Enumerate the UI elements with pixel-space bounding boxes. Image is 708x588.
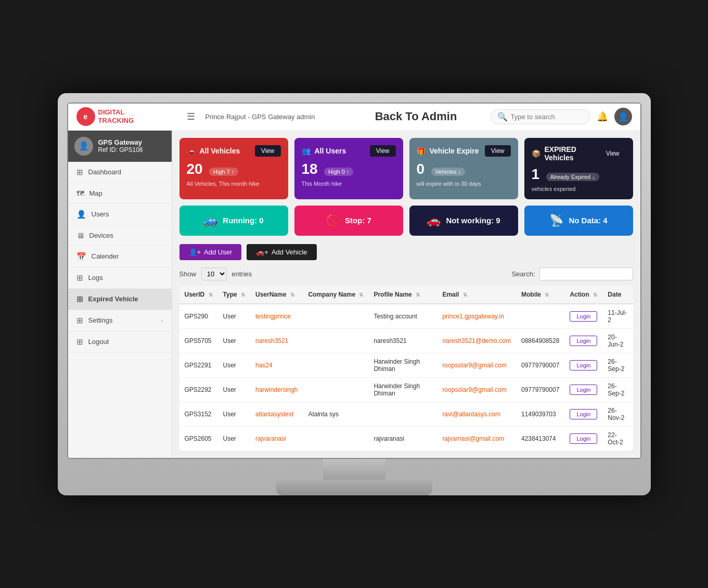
stat-card-label-expired: EXPIRED Vehicles (545, 145, 600, 162)
view-expire-button[interactable]: View (485, 145, 511, 157)
sidebar-item-expired-vehicle[interactable]: ⊞ Expired Vehicle (68, 289, 172, 310)
entries-select[interactable]: 10 25 50 (201, 267, 227, 280)
cell-action: Login (564, 328, 602, 353)
notification-icon[interactable]: 🔔 (597, 111, 608, 122)
cell-email[interactable]: ravi@atlantasys.com (437, 402, 516, 426)
monitor-stand-base (276, 480, 432, 495)
stat-card-title-expire: 🎁 Vehicle Expire (417, 147, 479, 155)
cell-type: User (218, 426, 250, 451)
expire-badge: Vehicles ↓ (431, 168, 466, 176)
cell-type: User (218, 328, 250, 353)
sort-userid-icon[interactable]: ⇅ (209, 292, 213, 298)
sort-action-icon[interactable]: ⇅ (593, 292, 597, 298)
cell-profile: rajvaranasi (368, 426, 437, 451)
stat-card-label-users: All Users (315, 147, 346, 155)
sidebar-item-map[interactable]: 🗺 Map (68, 183, 172, 204)
col-action: Action ⇅ (564, 286, 602, 304)
cell-email[interactable]: roopsolar9@gmail.com (437, 353, 516, 377)
calender-icon: 📅 (76, 252, 86, 261)
cell-username[interactable]: rajvaranasi (250, 426, 303, 451)
sort-mobile-icon[interactable]: ⇅ (545, 292, 549, 298)
sidebar-item-settings[interactable]: ⊞ Settings › (68, 310, 172, 331)
login-button[interactable]: Login (570, 360, 597, 370)
cell-username[interactable]: testingprince (250, 304, 303, 329)
cell-date: 26-Sep-2 (602, 353, 633, 377)
sort-type-icon[interactable]: ⇅ (241, 292, 245, 298)
data-table: UserID ⇅ Type ⇅ UserName ⇅ Company Name … (179, 286, 633, 451)
sidebar-item-label-logs: Logs (88, 274, 103, 282)
hamburger-icon[interactable]: ☰ (187, 111, 195, 122)
sort-company-icon[interactable]: ⇅ (359, 292, 363, 298)
stat-card-number-expire: 0 Vehicles ↓ (417, 161, 511, 177)
login-button[interactable]: Login (570, 336, 597, 346)
dashboard-icon: ⊞ (76, 168, 83, 177)
stat-card-title-vehicles: 🚗 All Vehicles (187, 147, 240, 155)
sidebar-item-dashboard[interactable]: ⊞ Dashboard (68, 162, 172, 183)
col-profile: Profile Name ⇅ (368, 286, 437, 304)
cell-action: Login (564, 426, 602, 451)
sidebar-item-label-logout: Logout (88, 338, 109, 346)
stat-card-header-expire: 🎁 Vehicle Expire View (417, 145, 511, 157)
expired-count: 1 (532, 166, 540, 182)
cell-profile (368, 402, 437, 426)
cell-userid: GPS5705 (179, 328, 218, 353)
sort-username-icon[interactable]: ⇅ (290, 292, 294, 298)
monitor-stand-neck (323, 459, 385, 480)
cell-mobile: 1149039703 (516, 402, 564, 426)
stat-card-number-vehicles: 20 High 7 ↑ (187, 161, 281, 177)
cell-username[interactable]: harwindersingh (250, 377, 303, 402)
cell-email[interactable]: naresh3521@demo.com (437, 328, 516, 353)
cell-type: User (218, 353, 250, 377)
cell-company (303, 426, 368, 451)
search-box[interactable]: 🔍 (491, 109, 590, 124)
add-user-button[interactable]: 👤+ Add User (179, 244, 242, 260)
view-users-button[interactable]: View (370, 145, 396, 157)
col-mobile: Mobile ⇅ (516, 286, 564, 304)
sort-email-icon[interactable]: ⇅ (463, 292, 467, 298)
expired-card-icon: 📦 (532, 149, 540, 158)
vehicles-count: 20 (187, 161, 203, 177)
sidebar-item-users[interactable]: 👤 Users (68, 204, 172, 225)
stat-card-header-expired: 📦 EXPIRED Vehicles View (532, 145, 626, 162)
cell-email[interactable]: roopsolar9@gmail.com (437, 377, 516, 402)
sidebar-item-logs[interactable]: ⊞ Logs (68, 267, 172, 289)
cell-username[interactable]: atlantasystest (250, 402, 303, 426)
sidebar-item-devices[interactable]: 🖥 Devices (68, 225, 172, 246)
stop-icon: 🚫 (326, 214, 340, 227)
cell-date: 20-Jun-2 (602, 328, 633, 353)
table-search-input[interactable] (539, 267, 633, 280)
cell-userid: GPS290 (179, 304, 218, 329)
status-card-not-working: 🚗 Not working: 9 (409, 206, 518, 236)
users-badge: High 0 ↑ (324, 168, 353, 176)
running-label: Running: 0 (223, 216, 263, 225)
sidebar-item-calender[interactable]: 📅 Calender (68, 246, 172, 267)
cell-company (303, 304, 368, 329)
login-button[interactable]: Login (570, 311, 597, 322)
search-input[interactable] (511, 113, 584, 121)
stat-card-number-expired: 1 Already Expired ↓ (532, 166, 626, 183)
cell-action: Login (564, 353, 602, 377)
cell-mobile: 09779790007 (516, 353, 564, 377)
table-row: GPS2291 User has24 Harwinder Singh Dhima… (179, 353, 633, 377)
login-button[interactable]: Login (570, 433, 597, 444)
sidebar-item-logout[interactable]: ⊞ Logout (68, 331, 172, 353)
cell-email[interactable]: prince1.gpsgateway.in (437, 304, 516, 329)
cell-username[interactable]: has24 (250, 353, 303, 377)
sidebar-item-label-users: Users (92, 210, 109, 218)
col-type: Type ⇅ (218, 286, 250, 304)
sidebar-profile-name: GPS Gateway (98, 138, 143, 146)
entries-label: entries (231, 270, 252, 278)
cell-username[interactable]: naresh3521 (250, 328, 303, 353)
view-vehicles-button[interactable]: View (255, 145, 281, 157)
stat-card-desc-users: This Month hike (302, 181, 396, 187)
sort-profile-icon[interactable]: ⇅ (416, 292, 420, 298)
cell-action: Login (564, 304, 602, 329)
login-button[interactable]: Login (570, 385, 597, 395)
sidebar-item-label-expired-vehicle: Expired Vehicle (88, 295, 138, 303)
add-vehicle-button[interactable]: 🚗+ Add Vehicle (247, 244, 316, 260)
cell-email[interactable]: rajvarnasi@gmail.com (437, 426, 516, 451)
login-button[interactable]: Login (570, 409, 597, 419)
view-expired-button[interactable]: View (600, 148, 626, 159)
logo-text: DIGITAL TRACKING (98, 108, 134, 124)
avatar[interactable]: 👤 (614, 108, 632, 125)
